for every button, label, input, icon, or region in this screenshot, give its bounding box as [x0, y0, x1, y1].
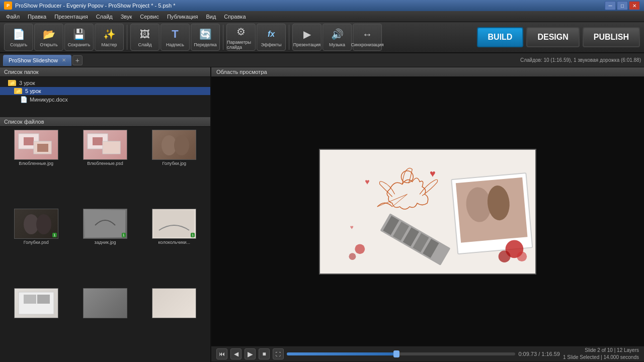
file-thumbnail: [152, 130, 196, 160]
publish-button[interactable]: PUBLISH: [583, 27, 640, 47]
preview-canvas: ♥ ♥ ♥ ♥ ♥: [319, 149, 536, 275]
menu-service[interactable]: Сервис: [136, 13, 163, 21]
play-button[interactable]: ▶: [245, 348, 256, 359]
rework-icon: 🔄: [198, 27, 212, 41]
params-button[interactable]: ⚙ Параметры слайда: [226, 24, 256, 51]
folder-list: 📁 3 урок 📁 5 урок 📄 Миникурс.docx: [0, 77, 210, 117]
effects-icon: fx: [264, 27, 278, 41]
file-icon: 📄: [20, 96, 28, 103]
window-title: ProShow Producer - Evgeniy Popov - ProSh…: [15, 3, 605, 9]
folder-icon: 📁: [14, 88, 22, 94]
progress-bar-container[interactable]: [287, 352, 515, 355]
menu-presentation[interactable]: Презентация: [50, 13, 92, 21]
music-button[interactable]: 🔊 Музыка: [323, 24, 352, 51]
file-badge: 1: [122, 233, 126, 237]
file-thumbnail: 1: [14, 209, 58, 239]
file-thumbnail: 1: [83, 209, 127, 239]
menu-edit[interactable]: Правка: [24, 13, 50, 21]
close-button[interactable]: ✕: [629, 1, 640, 10]
file-item[interactable]: Влюбленные.jpg: [2, 129, 70, 207]
tab-label: ProShow Slideshow: [9, 57, 58, 63]
stop-button[interactable]: ■: [259, 348, 270, 359]
svg-rect-12: [154, 210, 194, 237]
svg-text:♥: ♥: [365, 177, 369, 186]
folder-item[interactable]: 📄 Миникурс.docx: [0, 95, 210, 104]
present-button[interactable]: ▶ Презентация: [292, 24, 321, 51]
svg-point-38: [517, 251, 527, 261]
main-area: Список папок 📁 3 урок 📁 5 урок 📄 Миникур…: [0, 67, 644, 362]
file-item[interactable]: 1 колокольчики...: [140, 208, 208, 286]
save-icon: 💾: [72, 27, 86, 41]
file-label: колокольчики...: [158, 240, 191, 245]
svg-rect-1: [24, 137, 34, 145]
svg-point-8: [174, 135, 189, 155]
left-panel: Список папок 📁 3 урок 📁 5 урок 📄 Миникур…: [0, 67, 211, 362]
menubar: Файл Правка Презентация Слайд Звук Серви…: [0, 11, 644, 22]
folder-item[interactable]: 📁 3 урок: [0, 79, 210, 87]
prev-frame-button[interactable]: ◀: [230, 348, 242, 359]
menu-help[interactable]: Справка: [220, 13, 250, 21]
menu-file[interactable]: Файл: [2, 13, 24, 21]
caption-button[interactable]: T Надпись: [160, 24, 190, 51]
progress-thumb[interactable]: [393, 350, 399, 357]
wizard-button[interactable]: ✨ Мастер: [95, 24, 124, 51]
svg-rect-6: [103, 141, 120, 154]
slide-info: Slide 2 of 10 | 12 Layers 1 Slide Select…: [563, 347, 639, 361]
file-item[interactable]: [71, 287, 139, 360]
file-item[interactable]: [140, 287, 208, 360]
tab-close-button[interactable]: ✕: [62, 57, 66, 63]
open-button[interactable]: 📂 Открыть: [34, 24, 63, 51]
svg-text:♥: ♥: [350, 223, 353, 230]
svg-rect-3: [37, 144, 48, 152]
save-button[interactable]: 💾 Сохранить: [64, 24, 94, 51]
file-item[interactable]: Влюбленные.psd: [71, 129, 139, 207]
svg-rect-14: [24, 295, 36, 304]
rewind-button[interactable]: ⏮: [216, 348, 227, 359]
rework-button[interactable]: 🔄 Переделка: [191, 24, 220, 51]
menu-slide[interactable]: Слайд: [92, 13, 117, 21]
svg-rect-15: [37, 295, 50, 304]
folder-label: Миникурс.docx: [30, 97, 68, 103]
sync-button[interactable]: ↔ Синхронизация: [353, 24, 382, 51]
file-thumbnail: [14, 288, 58, 318]
preview-header: Область просмотра: [211, 67, 644, 77]
file-header: Список файлов: [0, 117, 210, 127]
file-thumbnail: [83, 130, 127, 160]
params-icon: ⚙: [234, 25, 248, 39]
folder-item[interactable]: 📁 5 урок: [0, 87, 210, 95]
fullscreen-button[interactable]: ⛶: [273, 348, 284, 359]
tab-info: Слайдов: 10 (1:16.59), 1 звуковая дорожк…: [520, 57, 641, 63]
file-label: Голубки.jpg: [163, 161, 187, 166]
folder-section: Список папок 📁 3 урок 📁 5 урок 📄 Миникур…: [0, 67, 210, 117]
file-thumbnail: [152, 288, 196, 318]
slide-button[interactable]: 🖼 Слайд: [130, 24, 159, 51]
file-item[interactable]: 1 задник.jpg: [71, 208, 139, 286]
maximize-button[interactable]: □: [617, 1, 628, 10]
file-item[interactable]: [2, 287, 70, 360]
minimize-button[interactable]: ─: [605, 1, 616, 10]
file-label: Влюбленные.jpg: [19, 161, 53, 166]
svg-rect-11: [85, 210, 125, 237]
open-icon: 📂: [42, 27, 56, 41]
caption-icon: T: [168, 27, 182, 41]
file-label: Голубки.psd: [24, 240, 49, 245]
project-tab[interactable]: ProShow Slideshow ✕: [3, 55, 71, 66]
svg-point-37: [499, 250, 511, 262]
build-button[interactable]: BUILD: [477, 27, 524, 47]
menu-sound[interactable]: Звук: [117, 13, 136, 21]
menu-publish[interactable]: Публикация: [163, 13, 202, 21]
toolbar-divider-3: [289, 25, 289, 50]
design-button[interactable]: DESIGN: [526, 27, 579, 47]
tabbar: ProShow Slideshow ✕ + Слайдов: 10 (1:16.…: [0, 53, 644, 67]
app-icon: P: [4, 2, 12, 10]
create-button[interactable]: 📄 Создать: [4, 24, 33, 51]
file-item[interactable]: Голубки.jpg: [140, 129, 208, 207]
menu-view[interactable]: Вид: [202, 13, 220, 21]
sync-icon: ↔: [360, 27, 374, 41]
effects-button[interactable]: fx Эффекты: [257, 24, 286, 51]
file-item[interactable]: 1 Голубки.psd: [2, 208, 70, 286]
svg-point-39: [355, 244, 365, 254]
file-section: Список файлов Влюбленные.jpg Влюбленные.…: [0, 117, 210, 362]
right-panel: Область просмотра: [211, 67, 644, 362]
add-tab-button[interactable]: +: [72, 55, 83, 65]
